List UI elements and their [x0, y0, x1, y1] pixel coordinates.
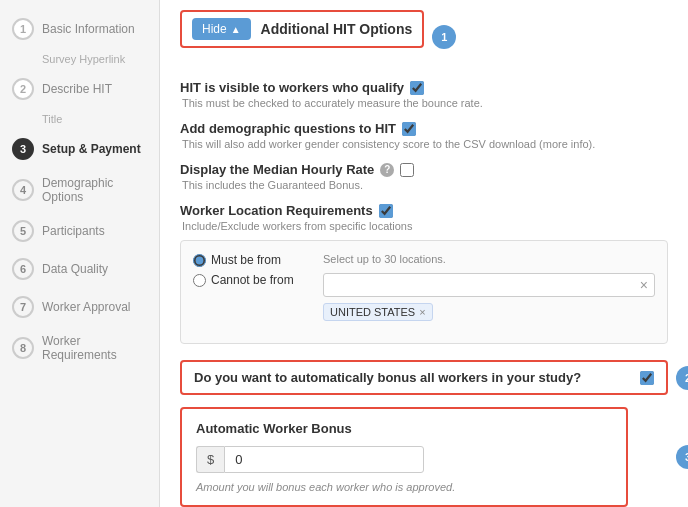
sidebar-item-demographic-options[interactable]: 4 Demographic Options — [0, 168, 159, 212]
step-5-circle: 5 — [12, 220, 34, 242]
bonus-question-text: Do you want to automatically bonus all w… — [194, 370, 581, 385]
bonus-question-row: Do you want to automatically bonus all w… — [180, 360, 668, 395]
demographic-checkbox[interactable] — [402, 122, 416, 136]
location-search-input[interactable] — [330, 278, 640, 292]
step-2-circle: 2 — [12, 78, 34, 100]
sidebar-item-label: Basic Information — [42, 22, 135, 36]
location-input-area: Select up to 30 locations. × UNITED STAT… — [323, 253, 655, 321]
sidebar-item-worker-requirements[interactable]: 8 Worker Requirements — [0, 326, 159, 370]
tag-label: UNITED STATES — [330, 306, 415, 318]
cannot-be-from-radio[interactable] — [193, 274, 206, 287]
sidebar-sub-title[interactable]: Title — [0, 108, 159, 130]
sidebar-sub-survey-hyperlink[interactable]: Survey Hyperlink — [0, 48, 159, 70]
location-sub-label: Select up to 30 locations. — [323, 253, 655, 265]
step-4-circle: 4 — [12, 179, 34, 201]
sidebar-item-label: Describe HIT — [42, 82, 112, 96]
bonus-desc: Amount you will bonus each worker who is… — [196, 481, 612, 493]
step-8-circle: 8 — [12, 337, 34, 359]
sidebar-item-setup-payment[interactable]: 3 Setup & Payment — [0, 130, 159, 168]
step-1-circle: 1 — [12, 18, 34, 40]
clear-location-button[interactable]: × — [640, 277, 648, 293]
badge-1: 1 — [432, 25, 456, 49]
sidebar-item-participants[interactable]: 5 Participants — [0, 212, 159, 250]
hit-visible-checkbox[interactable] — [410, 81, 424, 95]
tag-remove-icon[interactable]: × — [419, 306, 425, 318]
step-6-circle: 6 — [12, 258, 34, 280]
option-location-desc: Include/Exclude workers from specific lo… — [182, 220, 668, 232]
sidebar-item-worker-approval[interactable]: 7 Worker Approval — [0, 288, 159, 326]
step-7-circle: 7 — [12, 296, 34, 318]
bonus-amount-input[interactable] — [224, 446, 424, 473]
sidebar-item-label: Participants — [42, 224, 105, 238]
option-median-rate-label: Display the Median Hourly Rate ? — [180, 162, 668, 177]
option-hit-visible-label: HIT is visible to workers who qualify — [180, 80, 668, 95]
badge-2: 2 — [676, 366, 688, 390]
bonus-question-checkbox[interactable] — [640, 371, 654, 385]
option-demographic-label: Add demographic questions to HIT — [180, 121, 668, 136]
option-median-rate-desc: This includes the Guaranteed Bonus. — [182, 179, 668, 191]
location-checkbox[interactable] — [379, 204, 393, 218]
sidebar-item-label: Data Quality — [42, 262, 108, 276]
cannot-be-from-radio-label[interactable]: Cannot be from — [193, 273, 303, 287]
hide-label: Hide — [202, 22, 227, 36]
help-icon[interactable]: ? — [380, 163, 394, 177]
sidebar-item-label: Worker Requirements — [42, 334, 147, 362]
sidebar-item-describe-hit[interactable]: 2 Describe HIT — [0, 70, 159, 108]
sidebar-item-label: Worker Approval — [42, 300, 130, 314]
badge-3: 3 — [676, 445, 688, 469]
step-3-circle: 3 — [12, 138, 34, 160]
sidebar: 1 Basic Information Survey Hyperlink 2 D… — [0, 0, 160, 507]
dollar-sign: $ — [196, 446, 224, 473]
option-median-rate: Display the Median Hourly Rate ? This in… — [180, 162, 668, 191]
location-options: Must be from Cannot be from Select up to… — [193, 253, 655, 321]
median-rate-checkbox[interactable] — [400, 163, 414, 177]
option-location-label: Worker Location Requirements — [180, 203, 668, 218]
hide-button[interactable]: Hide ▲ — [192, 18, 251, 40]
must-be-from-radio-label[interactable]: Must be from — [193, 253, 303, 267]
must-be-from-radio[interactable] — [193, 254, 206, 267]
sidebar-item-basic-information[interactable]: 1 Basic Information — [0, 10, 159, 48]
option-location-requirements: Worker Location Requirements Include/Exc… — [180, 203, 668, 344]
sidebar-item-label: Setup & Payment — [42, 142, 141, 156]
option-demographic-questions: Add demographic questions to HIT This wi… — [180, 121, 668, 150]
sidebar-item-label: Demographic Options — [42, 176, 147, 204]
location-box: Must be from Cannot be from Select up to… — [180, 240, 668, 344]
bonus-input-row: $ — [196, 446, 612, 473]
option-demographic-desc: This will also add worker gender consist… — [182, 138, 668, 150]
bonus-box-title: Automatic Worker Bonus — [196, 421, 612, 436]
chevron-up-icon: ▲ — [231, 24, 241, 35]
sidebar-item-data-quality[interactable]: 6 Data Quality — [0, 250, 159, 288]
location-input-wrap: × — [323, 273, 655, 297]
section-title: Additional HIT Options — [261, 21, 413, 37]
location-tag-us: UNITED STATES × — [323, 303, 433, 321]
option-hit-visible-desc: This must be checked to accurately measu… — [182, 97, 668, 109]
main-content: Hide ▲ Additional HIT Options 1 HIT is v… — [160, 0, 688, 507]
radio-group-location: Must be from Cannot be from — [193, 253, 303, 287]
option-hit-visible: HIT is visible to workers who qualify Th… — [180, 80, 668, 109]
section-header: Hide ▲ Additional HIT Options — [180, 10, 424, 48]
bonus-box: Automatic Worker Bonus $ Amount you will… — [180, 407, 628, 507]
